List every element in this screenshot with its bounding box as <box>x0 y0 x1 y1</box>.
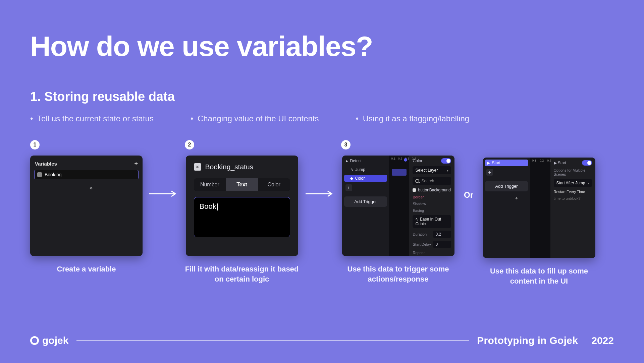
step-2: 2 × Booking_status Number Text Color Boo… <box>185 140 299 284</box>
border-label: Border <box>413 195 451 199</box>
brand-name: gojek <box>42 335 68 346</box>
bullet-3: Using it as a flagging/labelling <box>356 114 470 123</box>
footer-tagline: Prototyping in Gojek <box>477 335 578 346</box>
add-action-icon[interactable]: + <box>345 184 352 191</box>
panel-trigger-actions: ▸Detect ↳Jump ◆Color + Add Trigger 0 <box>342 156 454 256</box>
footer-divider <box>76 340 469 341</box>
timeline-segment[interactable] <box>392 169 407 176</box>
restart-label: Restart Every Time <box>554 190 592 194</box>
hint-label: time to unblock? <box>554 196 592 200</box>
variable-value-text: Book <box>200 202 219 210</box>
variables-header: Variables <box>35 161 57 167</box>
footer: gojek Prototyping in Gojek 2022 <box>30 335 614 346</box>
delay-label: Start Delay <box>413 242 431 246</box>
arrow-icon <box>305 190 335 197</box>
steps-row: 1 Variables + Booking ⌖ Create a variabl… <box>30 140 614 286</box>
repeat-label: Repeat <box>413 251 451 255</box>
tab-color[interactable]: Color <box>258 178 290 191</box>
slide-subtitle: 1. Storing reusable data <box>30 89 614 104</box>
brand-logo: gojek <box>30 335 68 346</box>
trigger-jump[interactable]: ↳Jump <box>344 166 387 173</box>
cursor-icon: ⌖ <box>90 185 143 191</box>
caption-4: Use this data to fill up some content in… <box>482 266 596 286</box>
arrow-icon <box>149 190 179 197</box>
bullet-row: Tell us the current state or status Chan… <box>30 114 614 123</box>
variable-value-input[interactable]: Book <box>194 197 290 237</box>
search-input[interactable]: Search <box>413 177 451 185</box>
add-action-icon[interactable]: + <box>486 169 493 176</box>
trigger-list: ▸Detect ↳Jump ◆Color + Add Trigger <box>342 156 389 256</box>
or-label: Or <box>461 190 476 200</box>
trigger-list-2: ▶Start + Add Trigger ⌖ <box>483 158 530 258</box>
logo-ring-icon <box>30 336 39 345</box>
panel-variable-editor: × Booking_status Number Text Color Book <box>186 156 298 256</box>
panel-start-options: ▶Start + Add Trigger ⌖ 0.1 0.2 0.3 <box>483 158 595 258</box>
arrow-2 <box>305 190 335 197</box>
timeline[interactable]: 0.1 0.2 0.3 0.4 <box>389 156 409 256</box>
select-layer-dropdown[interactable]: Select Layer▾ <box>413 166 451 174</box>
add-trigger-button[interactable]: Add Trigger <box>344 196 387 207</box>
close-icon[interactable]: × <box>194 163 201 171</box>
step-3: 3 ▸Detect ↳Jump ◆Color + Add Trigger <box>341 140 455 284</box>
caption-1: Create a variable <box>57 264 116 274</box>
trigger-detect[interactable]: ▸Detect <box>344 158 387 164</box>
properties-panel: Color Select Layer▾ Search buttonBackgro… <box>409 156 454 256</box>
arrow-1 <box>149 190 179 197</box>
variable-editor-name: Booking_status <box>205 163 254 171</box>
shadow-label: Shadow <box>413 202 451 206</box>
color-toggle[interactable] <box>441 158 451 164</box>
slide: How do we use variables? 1. Storing reus… <box>0 0 644 363</box>
variable-name: Booking <box>45 172 62 177</box>
step-4: ▶Start + Add Trigger ⌖ 0.1 0.2 0.3 <box>482 140 596 286</box>
type-tabs: Number Text Color <box>194 178 290 191</box>
add-trigger-button-2[interactable]: Add Trigger <box>485 181 528 191</box>
slide-title: How do we use variables? <box>30 30 614 63</box>
layer-swatch-icon <box>413 188 416 192</box>
multiscene-options-label: Options for Multiple Scenes <box>554 168 592 176</box>
start-label: ▶ Start <box>554 161 567 165</box>
bullet-2: Changing value of the UI contents <box>191 114 319 123</box>
start-after-dropdown[interactable]: Start After Jump▾ <box>554 179 592 187</box>
tab-number[interactable]: Number <box>194 178 226 191</box>
tab-text[interactable]: Text <box>226 178 258 191</box>
trigger-color[interactable]: ◆Color <box>344 175 387 182</box>
trigger-start[interactable]: ▶Start <box>485 160 528 166</box>
step-badge-3: 3 <box>341 140 351 149</box>
step-badge-1: 1 <box>30 140 40 149</box>
easing-label: Easing <box>413 208 451 213</box>
variable-row[interactable]: Booking <box>34 170 139 179</box>
panel-variables: Variables + Booking ⌖ <box>30 156 143 256</box>
delay-input[interactable]: 0 <box>433 241 451 248</box>
start-toggle[interactable] <box>582 160 592 166</box>
search-icon <box>415 179 419 183</box>
easing-dropdown[interactable]: ∿ Ease In Out Cubic <box>413 215 451 228</box>
timeline-2[interactable]: 0.1 0.2 0.3 <box>530 158 550 258</box>
duration-label: Duration <box>413 232 427 236</box>
variable-type-icon <box>37 172 42 177</box>
caption-3: Use this data to trigger some actions/re… <box>341 264 455 284</box>
step-badge-2: 2 <box>185 140 194 149</box>
footer-year: 2022 <box>591 335 614 346</box>
add-variable-icon[interactable]: + <box>134 160 138 167</box>
bullet-1: Tell us the current state or status <box>30 114 154 123</box>
duration-input[interactable]: 0.2 <box>433 231 451 238</box>
caption-2: Fill it with data/reassign it based on c… <box>185 264 299 284</box>
layer-item[interactable]: buttonBackground <box>413 188 451 192</box>
start-properties: ▶ Start Options for Multiple Scenes Star… <box>550 158 595 258</box>
step-1: 1 Variables + Booking ⌖ Create a variabl… <box>30 140 143 274</box>
